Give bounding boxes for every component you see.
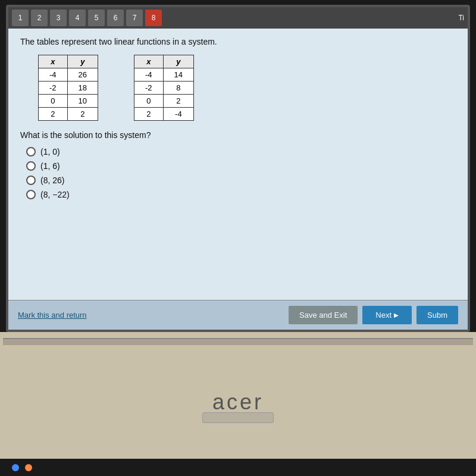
t2r2y: 8 (163, 82, 193, 95)
table-row: -4 14 (134, 68, 194, 82)
t2r3y: 2 (163, 95, 193, 108)
submit-button[interactable]: Subm (416, 306, 458, 324)
option-1[interactable]: (1, 0) (26, 147, 456, 156)
nav-btn-8[interactable]: 8 (145, 10, 162, 26)
option-4[interactable]: (8, −22) (26, 190, 456, 199)
solution-question: What is the solution to this system? (20, 130, 456, 140)
t1r4y: 2 (67, 108, 98, 121)
radio-opt2[interactable] (26, 161, 36, 171)
touchpad[interactable] (202, 412, 274, 423)
option-1-label: (1, 0) (40, 147, 60, 156)
mark-return-link[interactable]: Mark this and return (18, 311, 87, 320)
tables-container: x y -4 26 -2 18 (20, 55, 456, 121)
laptop-surface: acer (6, 345, 470, 459)
table-row: -2 18 (39, 82, 98, 95)
acer-logo: acer (212, 390, 264, 415)
content-area: The tables represent two linear function… (8, 29, 468, 300)
table2-header-x: x (134, 55, 164, 68)
radio-opt1[interactable] (26, 147, 36, 156)
nav-btn-4[interactable]: 4 (69, 10, 86, 26)
nav-btn-2[interactable]: 2 (31, 10, 48, 26)
table-row: 0 2 (134, 95, 194, 108)
timer-label: Ti (458, 14, 464, 22)
nav-btn-7[interactable]: 7 (126, 10, 143, 26)
radio-opt3[interactable] (26, 176, 36, 185)
t1r2y: 18 (67, 82, 98, 95)
t2r4y: -4 (163, 108, 193, 121)
t1r1x: -4 (39, 68, 68, 82)
table-row: -2 8 (134, 82, 194, 95)
t1r1y: 26 (67, 68, 98, 82)
t1r3y: 10 (67, 95, 98, 108)
nav-btn-3[interactable]: 3 (50, 10, 67, 26)
t2r2x: -2 (134, 82, 164, 95)
radio-opt4[interactable] (26, 190, 36, 199)
intro-text: The tables represent two linear function… (20, 37, 456, 46)
next-button[interactable]: Next (362, 306, 412, 324)
question-nav-bar: 1 2 3 4 5 6 7 8 Ti (8, 7, 468, 29)
t1r3x: 0 (39, 95, 68, 108)
table1-header-x: x (39, 55, 68, 68)
bottom-bar: Mark this and return Save and Exit Next … (8, 300, 468, 330)
table-row: 0 10 (39, 95, 98, 108)
status-dot-blue (12, 464, 19, 471)
status-dot-orange (25, 464, 32, 471)
answer-options: (1, 0) (1, 6) (8, 26) (8, −22) (20, 147, 456, 199)
option-3[interactable]: (8, 26) (26, 176, 456, 185)
table-row: 2 2 (39, 108, 98, 121)
t2r4x: 2 (134, 108, 164, 121)
table2-header-y: y (163, 55, 193, 68)
laptop-body: acer (0, 332, 476, 459)
nav-btn-5[interactable]: 5 (88, 10, 105, 26)
table2: x y -4 14 -2 8 0 (134, 55, 194, 121)
t1r4x: 2 (39, 108, 68, 121)
option-3-label: (8, 26) (40, 176, 64, 185)
t2r1x: -4 (134, 68, 164, 82)
option-2-label: (1, 6) (40, 161, 60, 171)
option-4-label: (8, −22) (40, 190, 70, 199)
save-exit-button[interactable]: Save and Exit (289, 306, 358, 324)
laptop-hinge (3, 338, 473, 345)
t1r2x: -2 (39, 82, 68, 95)
option-2[interactable]: (1, 6) (26, 161, 456, 171)
t2r1y: 14 (163, 68, 193, 82)
status-bar (0, 459, 476, 476)
table-row: 2 -4 (134, 108, 194, 121)
nav-btn-1[interactable]: 1 (12, 10, 29, 26)
table1-header-y: y (67, 55, 98, 68)
table1: x y -4 26 -2 18 (38, 55, 98, 121)
t2r3x: 0 (134, 95, 164, 108)
nav-btn-6[interactable]: 6 (107, 10, 124, 26)
table-row: -4 26 (39, 68, 98, 82)
